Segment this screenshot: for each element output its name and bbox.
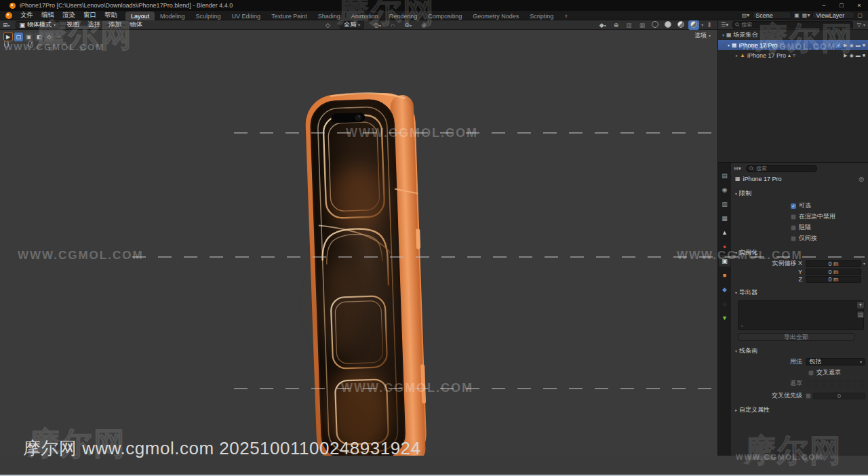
export-all-button[interactable]: 导出全部 (738, 333, 854, 341)
snap-magnet-icon[interactable]: ∩ (388, 22, 397, 28)
instance-offset-x-field[interactable]: 0 m (806, 260, 861, 267)
properties-editor-icon[interactable]: ⊟▾ (734, 165, 741, 172)
priority-field[interactable]: 0 (813, 393, 865, 399)
tab-data-icon[interactable]: ▼ (719, 312, 730, 323)
checkbox-holdout[interactable]: 阻隔 (791, 223, 865, 232)
scene-selector[interactable]: Scene (752, 12, 791, 19)
outliner-row-object[interactable]: ▸ ▲ iPhone 17 Pro ▴ ▿ ▶ ◉ ▬ ■ (718, 50, 868, 60)
tab-collection-icon[interactable]: ▣ (719, 255, 730, 266)
workspace-tab[interactable]: Animation (346, 12, 384, 20)
instance-offset-z-field[interactable]: 0 m (806, 276, 861, 283)
pin-icon[interactable]: ◎ (859, 176, 864, 182)
cursor-tool-icon[interactable]: ▣ (24, 33, 33, 41)
overlays-icon[interactable]: ⊕ (611, 22, 622, 28)
tool-options-dropdown[interactable]: 选项▾ (694, 31, 711, 40)
minimize-button[interactable]: − (815, 0, 833, 11)
selectable-icon[interactable]: ▶ (844, 43, 847, 48)
add-exporter-button[interactable]: + (856, 301, 865, 309)
tab-physics-icon[interactable]: ◌ (719, 298, 730, 309)
render-disable-icon[interactable]: ■ (863, 43, 865, 47)
outliner-search-input[interactable] (741, 22, 789, 28)
editor-type-icon[interactable]: ⊞▾ (0, 22, 13, 28)
shading-material-icon[interactable] (675, 20, 686, 30)
menu-item[interactable]: 渲染 (58, 11, 79, 20)
workspace-tab[interactable]: Sculpting (191, 12, 226, 20)
workspace-tab[interactable]: Shading (313, 12, 346, 20)
section-custom-properties-header[interactable]: ▸自定义属性 (734, 404, 865, 416)
gizmo-icon[interactable]: ◆▾ (597, 22, 609, 28)
checkbox-disable-render[interactable]: 在渲染中禁用 (791, 212, 865, 221)
workspace-tab[interactable]: UV Editing (226, 12, 267, 20)
properties-search-input[interactable] (756, 165, 804, 172)
intersection-masks-grid[interactable] (806, 380, 865, 387)
checkbox-icon[interactable] (808, 370, 814, 376)
properties-search[interactable] (746, 165, 817, 172)
tweak-tool-icon[interactable]: ▶ (3, 32, 13, 41)
checkbox-intersection-masks[interactable]: 交叉遮罩 (808, 368, 865, 377)
usage-dropdown[interactable]: 包括▾ (806, 358, 865, 365)
shading-solid-icon[interactable] (663, 20, 673, 30)
checkbox-icon[interactable] (791, 225, 796, 231)
workspace-tab[interactable]: Texture Paint (266, 12, 313, 20)
chevron-down-icon[interactable]: ▾ (863, 261, 865, 266)
section-restrictions-header[interactable]: ▾限制 (734, 188, 865, 199)
mode-dropdown[interactable]: ▣ 物体模式▾ (16, 21, 60, 29)
workspace-tab[interactable]: Layout (125, 12, 155, 20)
viewport-3d[interactable]: ▶ ▢ ▣ ◧ ◇ ▫ 选项▾ (0, 30, 717, 456)
hide-eye-icon[interactable]: ◉ (850, 53, 854, 58)
proportional-edit-icon[interactable]: ◉ (418, 22, 429, 28)
view-layer-selector[interactable]: ViewLayer (812, 12, 854, 19)
menu-item[interactable]: 文件 (16, 11, 37, 20)
tab-modifiers-icon[interactable]: ◆ (719, 283, 730, 295)
filter-icon[interactable]: ▽ (857, 22, 861, 28)
viewport-disable-icon[interactable]: ▬ (856, 43, 861, 47)
outliner-editor-icon[interactable]: ☰▾ (721, 22, 728, 28)
exporter-menu-button[interactable]: ▤ (856, 311, 865, 319)
section-instancing-header[interactable]: ▾实例化 (734, 247, 865, 258)
scale-tool-icon[interactable]: ▫ (55, 33, 64, 41)
xray-icon[interactable]: ▥ (623, 22, 635, 28)
render-disable-icon[interactable]: ■ (863, 53, 865, 58)
tab-output-icon[interactable]: ▥ (719, 198, 730, 210)
viewport-menu-item[interactable]: 物体 (125, 20, 146, 29)
viewport-menu-item[interactable]: 添加 (104, 20, 125, 29)
checkbox-selectable[interactable]: ✓可选 (791, 201, 865, 210)
expand-icon[interactable]: ▾ (728, 43, 730, 47)
maximize-button[interactable]: □ (833, 0, 850, 11)
rotate-tool-icon[interactable]: ◇ (45, 33, 54, 41)
checkbox-indirect-only[interactable]: 仅间接 (791, 234, 865, 243)
orientation-dropdown[interactable]: 全局▾ (340, 21, 364, 29)
menu-item[interactable]: 帮助 (100, 11, 121, 20)
tab-render-icon[interactable]: ◉ (719, 184, 730, 195)
selectable-icon[interactable]: ▶ (844, 53, 847, 58)
hide-eye-icon[interactable]: ◉ (850, 43, 854, 48)
blender-menu-icon[interactable] (5, 12, 12, 19)
collection-checkbox[interactable]: ✓ (836, 43, 842, 48)
outliner-options-icon[interactable]: ▾ (863, 22, 865, 27)
unlink-scene-icon[interactable]: ▣ (794, 12, 800, 18)
tab-tool-icon[interactable]: ▤ (719, 170, 730, 181)
pivot-point-icon[interactable]: ◎▾ (371, 22, 384, 28)
viewport-disable-icon[interactable]: ▬ (856, 53, 861, 58)
viewport-menu-item[interactable]: 选择 (83, 20, 104, 29)
menu-item[interactable]: 窗口 (79, 11, 100, 20)
expand-icon[interactable]: ▾ (722, 33, 724, 37)
workspace-tab[interactable]: + (559, 12, 573, 20)
exporters-list[interactable]: ▪ + ▤ (738, 300, 864, 330)
outliner-search[interactable] (732, 21, 853, 28)
workspace-tab[interactable]: Scripting (524, 12, 559, 20)
new-view-layer-icon[interactable]: ▢ (857, 12, 863, 18)
tab-scene-icon[interactable]: ▲ (719, 226, 730, 238)
tab-world-icon[interactable]: ● (719, 241, 730, 252)
workspace-tab[interactable]: Compositing (422, 12, 467, 20)
section-line-art-header[interactable]: ▾线条画 (734, 345, 865, 357)
select-box-tool-icon[interactable]: ▢ (14, 33, 23, 41)
checkbox-icon[interactable] (791, 214, 796, 220)
checkbox-icon[interactable] (791, 236, 796, 241)
workspace-tab[interactable]: Geometry Nodes (467, 12, 524, 20)
viewport-menu-item[interactable]: 视图 (62, 20, 83, 29)
instance-offset-y-field[interactable]: 0 m (806, 269, 861, 275)
snapping-dropdown-icon[interactable]: ⊙▾ (401, 22, 414, 28)
section-exporters-header[interactable]: ▾导出器 (734, 287, 865, 298)
workspace-tab[interactable]: Modeling (155, 12, 191, 20)
